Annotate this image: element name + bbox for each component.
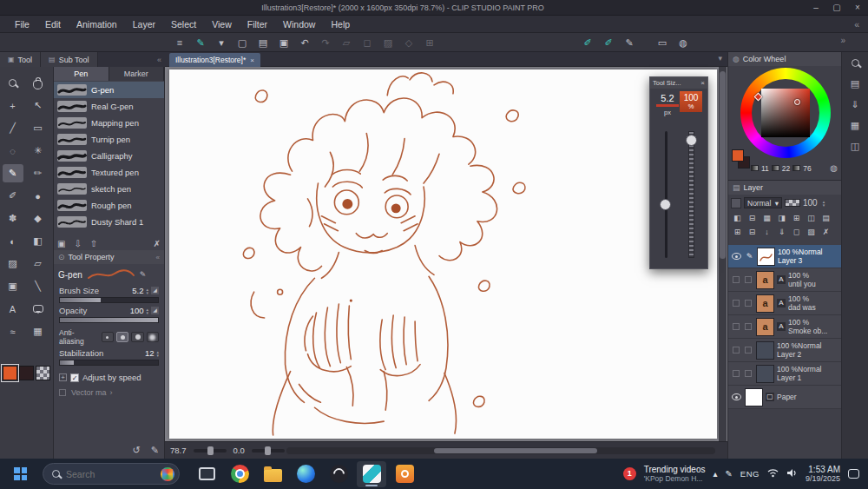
import-sub-tool-icon[interactable]: ⇩ xyxy=(74,239,81,248)
anti-aliasing-weak-button[interactable] xyxy=(116,332,128,342)
select-checkbox[interactable] xyxy=(745,300,752,307)
ruler-tool-icon[interactable]: ╲ xyxy=(28,277,49,295)
new-raster-layer-icon[interactable]: ⊞ xyxy=(731,227,744,238)
set-ruler-icon[interactable]: ⊞ xyxy=(790,213,803,224)
value-value[interactable]: 76 xyxy=(803,164,811,173)
start-button-icon[interactable] xyxy=(14,467,27,480)
delete-layer-icon[interactable]: ✗ xyxy=(819,227,832,238)
brush-stroke-icon[interactable]: ✎ xyxy=(620,35,639,50)
tab-sub-tool[interactable]: ▤ Sub Tool xyxy=(41,52,97,67)
lock-transparent-icon[interactable]: ▦ xyxy=(760,213,773,224)
stabilization-slider[interactable] xyxy=(59,360,159,366)
horizontal-scrollbar[interactable] xyxy=(286,447,715,454)
pan-tool-icon[interactable] xyxy=(28,74,49,92)
visibility-checkbox[interactable] xyxy=(733,300,740,307)
gradient-tool-icon[interactable]: ▨ xyxy=(3,254,23,273)
blend-tool-icon[interactable]: ◐ xyxy=(3,232,23,250)
deselect-icon[interactable]: ◇ xyxy=(399,35,418,50)
maximize-button[interactable]: ▢ xyxy=(826,0,847,16)
palette-collapse-icon[interactable]: « xyxy=(157,56,161,64)
anti-aliasing-none-button[interactable] xyxy=(102,332,114,342)
layer-row-text3[interactable]: a A 100 %Smoke ob... xyxy=(728,315,841,339)
transparent-color-swatch[interactable] xyxy=(36,366,50,380)
layer-opacity-spinner[interactable]: ▴▾ xyxy=(823,200,825,207)
eraser-tool-icon[interactable]: ◆ xyxy=(28,209,49,228)
vector-magnet-checkbox[interactable] xyxy=(59,389,66,396)
layer-row-text2[interactable]: a A 100 %dad was xyxy=(728,292,841,315)
vector-snap-icon[interactable]: ✐ xyxy=(599,35,618,50)
sub-tool-item[interactable]: Dusty Shard 1 xyxy=(54,214,164,230)
menu-select[interactable]: Select xyxy=(163,16,204,33)
sub-view-panel-icon[interactable]: ◫ xyxy=(842,135,868,156)
zoom-value[interactable]: 78.7 xyxy=(170,446,187,455)
stabilization-spinner[interactable]: ▴▾ xyxy=(156,350,159,357)
brush-tool-icon[interactable]: ✐ xyxy=(3,187,23,205)
opacity-spinner[interactable]: ▴▾ xyxy=(146,307,148,314)
layer-row-layer3[interactable]: ✎ 100 %NormalLayer 3 xyxy=(728,245,841,268)
airbrush-tool-icon[interactable]: ● xyxy=(28,187,49,205)
menu-edit[interactable]: Edit xyxy=(37,16,69,33)
show-as-list-icon[interactable]: ▣ xyxy=(57,239,65,248)
canvas-document[interactable] xyxy=(169,69,717,439)
select-checkbox[interactable] xyxy=(745,347,752,354)
balloon-tool-icon[interactable] xyxy=(28,300,49,318)
news-widget[interactable]: Trending videos 'KPop Demon H... xyxy=(644,465,706,484)
decoration-tool-icon[interactable]: ✽ xyxy=(3,209,23,228)
undo-icon[interactable]: ↶ xyxy=(295,35,314,50)
eyedropper-tool-icon[interactable]: ╱ xyxy=(3,119,23,137)
tab-pen[interactable]: Pen xyxy=(54,67,109,81)
sub-tool-item[interactable]: G-pen xyxy=(54,82,164,98)
taskbar-search[interactable] xyxy=(43,463,180,485)
opacity-options-button[interactable]: ◢ xyxy=(151,307,159,314)
color-set-panel-icon[interactable]: ▦ xyxy=(842,115,868,135)
opacity-value[interactable]: 100 xyxy=(130,306,144,315)
edit-stroke-icon[interactable]: ✎ xyxy=(140,270,147,279)
visibility-checkbox[interactable] xyxy=(733,347,740,354)
hidden-icons-chevron[interactable]: ▴ xyxy=(713,469,717,479)
menu-window[interactable]: Window xyxy=(275,16,323,33)
adjust-by-speed-checkbox[interactable]: ✓ xyxy=(70,373,79,382)
layer-row-layer1[interactable]: 100 %NormalLayer 1 xyxy=(728,362,841,386)
brush-size-spinner[interactable]: ▴▾ xyxy=(146,287,148,294)
volume-icon[interactable] xyxy=(786,468,798,479)
value-mini-slider[interactable] xyxy=(792,165,800,171)
menu-help[interactable]: Help xyxy=(323,16,358,33)
layer-color-icon[interactable]: ◫ xyxy=(805,213,818,224)
task-view-button[interactable] xyxy=(192,461,221,487)
anti-aliasing-medium-button[interactable] xyxy=(131,332,143,342)
zoom-slider[interactable] xyxy=(194,449,227,453)
pencil-tool-icon[interactable]: ✏ xyxy=(28,164,49,182)
tool-dropdown-icon[interactable]: ▾ xyxy=(212,35,231,50)
opacity-slider-track[interactable] xyxy=(688,131,694,258)
correct-line-icon[interactable]: ✐ xyxy=(578,35,597,50)
copy-icon[interactable]: ◻ xyxy=(358,35,377,50)
visibility-eye-icon[interactable] xyxy=(732,393,741,400)
vertical-scrollbar[interactable] xyxy=(719,67,727,441)
tab-marker[interactable]: Marker xyxy=(109,67,165,81)
notification-center-icon[interactable] xyxy=(848,469,859,479)
dark-app-button[interactable] xyxy=(324,461,353,487)
brush-size-options-button[interactable]: ◢ xyxy=(151,287,159,294)
file-explorer-button[interactable] xyxy=(258,461,287,487)
saturation-value[interactable]: 22 xyxy=(782,164,790,173)
layer-palette-color[interactable] xyxy=(731,198,741,208)
panel-menu-icon[interactable]: « xyxy=(156,254,160,261)
layer-row-paper[interactable]: ▢ Paper xyxy=(728,386,841,409)
new-canvas-icon[interactable]: ▢ xyxy=(233,35,252,50)
auto-select-tool-icon[interactable]: ✳ xyxy=(28,142,49,160)
opacity-slider[interactable] xyxy=(59,317,159,323)
material-panel-icon[interactable]: ▤ xyxy=(842,73,868,94)
quick-access-icon[interactable] xyxy=(842,52,868,73)
hue-value[interactable]: 11 xyxy=(761,164,769,173)
new-layer-folder-icon[interactable]: ⊟ xyxy=(746,227,759,238)
lasso-tool-icon[interactable]: ◌ xyxy=(3,142,23,160)
horizontal-scrollbar-thumb[interactable] xyxy=(434,448,597,453)
merge-down-icon[interactable]: ⇓ xyxy=(775,227,788,238)
language-indicator[interactable]: ENG xyxy=(740,469,760,479)
move-tool-icon[interactable]: + xyxy=(3,96,23,115)
notification-badge[interactable]: 1 xyxy=(623,467,636,480)
sub-tool-item[interactable]: Rough pen xyxy=(54,197,164,214)
opacity-slider-knob[interactable] xyxy=(686,135,697,146)
vertical-scrollbar-thumb[interactable] xyxy=(720,71,726,259)
main-color-chip[interactable] xyxy=(732,149,744,162)
